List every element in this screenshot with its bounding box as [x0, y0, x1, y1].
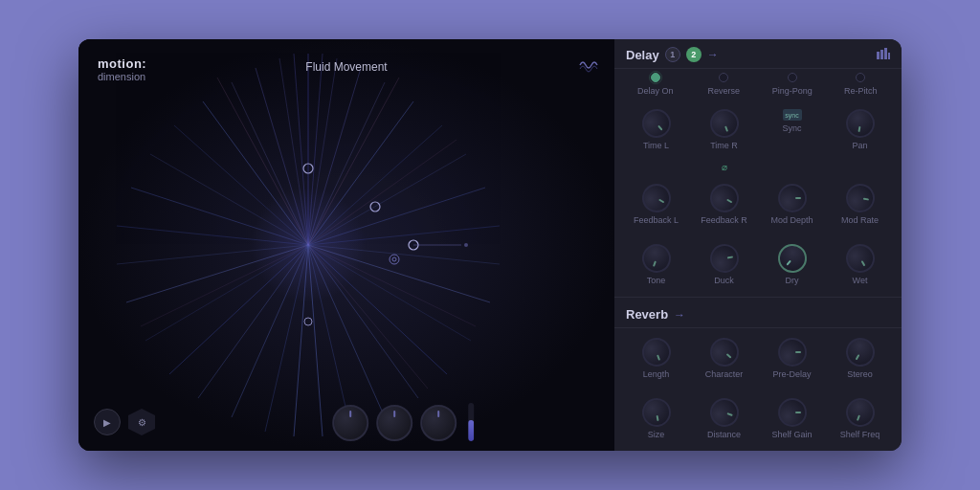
mod-rate-cell: Mod Rate [826, 180, 894, 229]
pan-cell: Pan [826, 105, 894, 154]
logo: motion: dimension [98, 56, 146, 82]
length-label: Length [643, 369, 670, 379]
shelf-gain-cell: Shelf Gain [758, 394, 826, 443]
reverb-row-3: Tone Duck Dry Wet [614, 449, 902, 451]
macro-knob-1[interactable] [332, 405, 368, 441]
distance-knob[interactable] [705, 394, 742, 431]
app-subtitle: dimension [98, 71, 146, 82]
mod-rate-knob[interactable] [843, 182, 877, 215]
delay-duck-label: Duck [714, 276, 734, 285]
delay-tone-label: Tone [647, 276, 666, 285]
sync-label: Sync [782, 123, 801, 133]
reverb-arrow-icon: → [674, 308, 685, 322]
play-button[interactable]: ▶ [94, 409, 121, 435]
delay-row-3: Feedback L Feedback R Mod Depth Mod Rate [614, 174, 902, 234]
feedback-l-knob[interactable] [636, 179, 676, 218]
mod-rate-label: Mod Rate [841, 215, 879, 225]
shelf-gain-knob[interactable] [778, 398, 807, 427]
delay-wet-cell: Wet [826, 240, 894, 289]
delay-duck-knob[interactable] [707, 242, 741, 276]
length-knob[interactable] [637, 334, 674, 370]
re-pitch-label: Re-Pitch [844, 86, 878, 96]
size-knob[interactable] [639, 396, 673, 430]
toggle-delay-on: Delay On [622, 73, 689, 96]
wave-icon [578, 56, 599, 78]
svg-point-42 [251, 188, 366, 302]
time-l-knob[interactable] [635, 103, 676, 144]
feedback-r-label: Feedback R [701, 215, 747, 225]
stereo-label: Stereo [847, 369, 873, 379]
size-label: Size [648, 430, 665, 439]
feedback-l-cell: Feedback L [622, 180, 690, 229]
sync-badge[interactable]: sync [783, 109, 802, 121]
delay-row-2: Time L Time R sync Sync Pan [614, 100, 902, 160]
app-name: motion: [98, 56, 146, 71]
time-l-cell: Time L [622, 105, 690, 154]
feedback-l-label: Feedback L [634, 215, 679, 225]
feedback-r-cell: Feedback R [690, 180, 758, 229]
stereo-cell: Stereo [826, 334, 894, 383]
sync-cell: sync Sync [758, 105, 826, 154]
pre-delay-label: Pre-Delay [772, 369, 811, 379]
distance-label: Distance [707, 430, 741, 439]
toggle-re-pitch: Re-Pitch [828, 73, 895, 96]
delay-tag-2[interactable]: 2 [686, 47, 702, 62]
shelf-freq-cell: Shelf Freq [826, 394, 894, 443]
settings-button[interactable]: ⚙ [128, 409, 155, 435]
pre-delay-cell: Pre-Delay [758, 334, 826, 383]
bottom-knobs [332, 403, 474, 441]
level-meter [468, 403, 474, 441]
reverse-dot[interactable] [719, 73, 728, 82]
delay-tone-knob[interactable] [637, 240, 674, 277]
length-cell: Length [622, 334, 690, 383]
time-r-cell: Time R [690, 105, 758, 154]
link-row: ⌀ [614, 160, 902, 174]
delay-wet-label: Wet [853, 276, 868, 285]
mod-depth-cell: Mod Depth [758, 180, 826, 229]
starburst-visual [78, 39, 614, 451]
ping-pong-dot[interactable] [788, 73, 797, 82]
delay-toggles-row: Delay On Reverse Ping-Pong Re-Pitch [614, 69, 902, 100]
svg-point-50 [464, 243, 468, 247]
delay-bars-icon[interactable] [877, 47, 890, 62]
character-label: Character [705, 369, 744, 379]
pan-knob[interactable] [843, 107, 877, 141]
mod-depth-knob[interactable] [778, 184, 807, 212]
feedback-r-knob[interactable] [704, 179, 744, 218]
toggle-ping-pong: Ping-Pong [759, 73, 826, 96]
visualizer-panel: motion: dimension Fluid Movement ▶ ⚙ [78, 39, 614, 451]
delay-arrow-icon: → [707, 48, 719, 61]
delay-dry-label: Dry [786, 276, 799, 285]
character-knob[interactable] [703, 332, 744, 372]
delay-tag-1[interactable]: 1 [665, 47, 680, 62]
link-icon: ⌀ [690, 162, 758, 172]
shelf-freq-label: Shelf Freq [840, 430, 880, 439]
time-l-label: Time L [643, 141, 669, 150]
distance-cell: Distance [690, 394, 758, 443]
parameters-panel: Delay 1 2 → Delay On Reverse [614, 39, 902, 451]
preset-name[interactable]: Fluid Movement [305, 60, 387, 74]
reverb-title: Reverb [626, 307, 668, 322]
delay-dry-knob[interactable] [771, 238, 812, 278]
macro-knob-3[interactable] [420, 405, 457, 441]
svg-rect-52 [880, 50, 883, 59]
reverb-row-2: Size Distance Shelf Gain Shelf Freq [614, 389, 902, 449]
macro-knob-2[interactable] [376, 405, 412, 441]
delay-wet-knob[interactable] [840, 239, 880, 278]
reverb-header: Reverb → [614, 300, 902, 328]
svg-rect-53 [884, 48, 887, 59]
character-cell: Character [690, 334, 758, 383]
time-r-knob[interactable] [705, 105, 742, 142]
mod-depth-label: Mod Depth [770, 215, 813, 225]
pre-delay-knob[interactable] [778, 338, 807, 367]
delay-on-dot[interactable] [651, 73, 660, 82]
delay-header: Delay 1 2 → [614, 39, 902, 69]
shelf-freq-knob[interactable] [841, 394, 878, 431]
delay-duck-cell: Duck [690, 240, 758, 289]
delay-row-4: Tone Duck Dry Wet [614, 234, 902, 295]
plugin-window: motion: dimension Fluid Movement ▶ ⚙ [78, 39, 902, 451]
re-pitch-dot[interactable] [856, 73, 865, 82]
delay-tone-cell: Tone [622, 240, 690, 289]
stereo-knob[interactable] [840, 333, 880, 372]
reverse-label: Reverse [707, 86, 740, 96]
